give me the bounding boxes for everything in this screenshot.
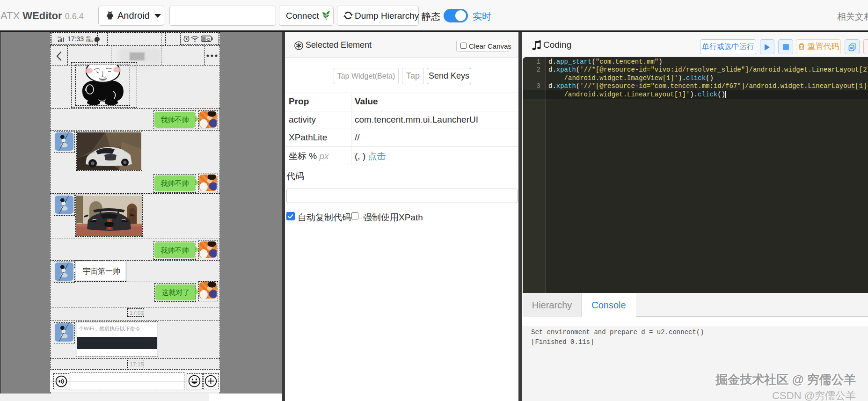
svg-text:M4: M4 [58, 36, 61, 39]
svg-text:42: 42 [206, 37, 210, 42]
